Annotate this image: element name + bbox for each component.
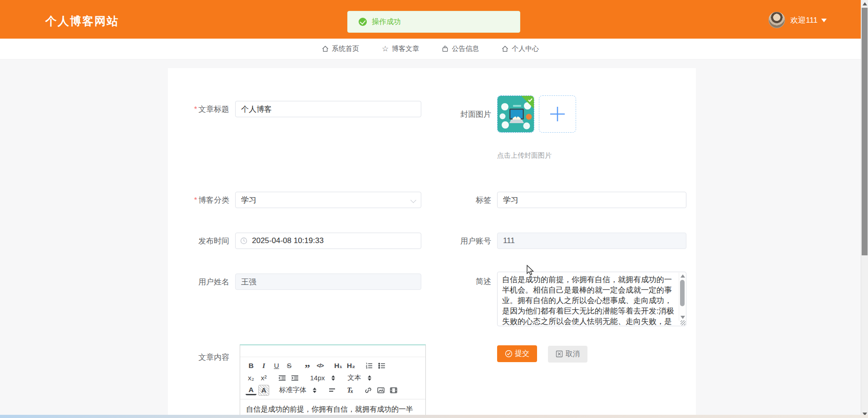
editor-toolbar: B I U S ” </> H₁ H₂	[240, 357, 425, 399]
link-icon[interactable]	[363, 385, 374, 396]
field-summary: 简述 自信是成功的前提，你拥有自信，就拥有成功的一半机会。相信自己是最棒的就一定…	[420, 272, 686, 326]
field-account: 用户账号	[420, 233, 686, 249]
bold-button[interactable]: B	[246, 360, 256, 371]
welcome-label: 欢迎111	[790, 15, 818, 25]
cover-thumbnail[interactable]	[497, 95, 534, 133]
updown-caret-icon	[368, 375, 371, 381]
nav-label: 博客文章	[392, 45, 419, 53]
bullet-list-icon[interactable]	[376, 360, 387, 371]
subscript-button[interactable]: x₂	[246, 373, 256, 383]
field-tag: 标签	[420, 192, 686, 208]
username-input	[235, 274, 421, 290]
check-circle-icon	[505, 350, 513, 358]
upload-hint-text: 点击上传封面图片	[497, 151, 552, 160]
scroll-up-icon[interactable]	[863, 2, 867, 5]
success-toast: 操作成功	[347, 11, 520, 33]
category-label: *博客分类	[168, 195, 235, 205]
nav-item-profile[interactable]: 个人中心	[502, 45, 539, 53]
rich-text-editor[interactable]: B I U S ” </> H₁ H₂	[240, 344, 426, 418]
text-type-value: 文本	[348, 373, 361, 382]
home-icon	[322, 45, 329, 52]
align-icon[interactable]	[326, 385, 337, 396]
house-icon	[502, 45, 508, 52]
tag-label: 标签	[420, 195, 497, 205]
submit-label: 提交	[515, 349, 529, 358]
publish-time-input[interactable]	[235, 233, 421, 249]
field-cover-image: 封面图片	[420, 95, 576, 133]
nav-label: 系统首页	[332, 45, 359, 53]
blog-admin-screen: 个人博客网站 操作成功 欢迎111 系统首页 ☆ 博客文章 公告信息 个人中心	[0, 0, 868, 418]
category-select-input[interactable]	[235, 192, 421, 208]
nav-label: 公告信息	[452, 45, 479, 53]
upload-cover-button[interactable]	[539, 95, 576, 133]
text-type-select[interactable]: 文本	[345, 373, 374, 382]
user-menu[interactable]: 欢迎111	[769, 12, 827, 28]
code-button[interactable]: </>	[315, 360, 326, 371]
scroll-down-icon[interactable]	[681, 316, 685, 319]
content-label: 文章内容	[168, 352, 235, 363]
nav-label: 个人中心	[512, 45, 539, 53]
image-icon[interactable]	[375, 385, 386, 396]
scrollbar-thumb[interactable]	[862, 8, 868, 255]
indent-icon[interactable]	[289, 373, 300, 383]
nav-item-announcements[interactable]: 公告信息	[442, 45, 479, 53]
username-label: 用户姓名	[168, 277, 235, 287]
updown-caret-icon	[331, 375, 335, 381]
underline-button[interactable]: U	[271, 360, 282, 371]
scrollbar-thumb[interactable]	[680, 280, 685, 306]
field-username: 用户姓名	[168, 274, 421, 290]
article-form-card: *文章标题 封面图片	[168, 68, 696, 418]
required-asterisk: *	[194, 196, 197, 204]
nav-item-articles[interactable]: ☆ 博客文章	[382, 45, 419, 53]
italic-button[interactable]: I	[258, 360, 269, 371]
heading2-button[interactable]: H₂	[345, 360, 356, 371]
publish-time-label: 发布时间	[168, 236, 235, 246]
updown-caret-icon	[313, 388, 316, 393]
superscript-button[interactable]: x²	[258, 373, 269, 383]
resize-handle[interactable]	[681, 320, 686, 325]
textarea-scrollbar[interactable]	[679, 273, 686, 321]
strikethrough-button[interactable]: S	[284, 360, 295, 371]
field-publish-time: 发布时间	[168, 233, 421, 249]
font-size-select[interactable]: 14px	[307, 374, 338, 382]
nav-item-home[interactable]: 系统首页	[322, 45, 359, 53]
heading1-button[interactable]: H₁	[333, 360, 344, 371]
ordered-list-icon[interactable]	[364, 360, 375, 371]
font-family-value: 标准字体	[279, 386, 306, 394]
submit-button[interactable]: 提交	[497, 345, 537, 362]
account-label: 用户账号	[420, 236, 497, 246]
field-category: *博客分类	[168, 192, 421, 208]
summary-label: 简述	[420, 276, 497, 287]
highlight-color-button[interactable]: A	[258, 385, 269, 396]
form-actions: 提交 取消	[497, 345, 587, 363]
clear-format-button[interactable]: Tx	[345, 385, 355, 396]
close-square-icon	[556, 350, 563, 358]
field-article-title: *文章标题	[168, 101, 421, 117]
account-input	[497, 233, 686, 249]
avatar[interactable]	[769, 12, 785, 28]
text-color-button[interactable]: A	[246, 386, 256, 395]
summary-textarea[interactable]: 自信是成功的前提，你拥有自信，就拥有成功的一半机会。相信自己是最棒的就一定会成就…	[497, 272, 686, 326]
site-title: 个人博客网站	[45, 14, 119, 29]
font-size-value: 14px	[310, 374, 325, 382]
cover-label: 封面图片	[420, 109, 497, 119]
blockquote-button[interactable]: ”	[302, 360, 313, 371]
cancel-button[interactable]: 取消	[548, 346, 587, 363]
category-select[interactable]	[235, 192, 421, 208]
plus-icon	[549, 105, 566, 123]
video-icon[interactable]	[388, 385, 399, 396]
article-title-input[interactable]	[235, 101, 421, 117]
clear-format-x: x	[350, 389, 353, 394]
page-scrollbar[interactable]	[861, 0, 868, 418]
font-family-select[interactable]: 标准字体	[276, 386, 319, 394]
cancel-label: 取消	[565, 349, 580, 359]
tag-input[interactable]	[497, 192, 686, 208]
star-icon: ☆	[382, 45, 389, 53]
scroll-up-icon[interactable]	[681, 274, 685, 278]
outdent-icon[interactable]	[276, 373, 287, 383]
caret-down-icon[interactable]	[821, 19, 827, 22]
required-asterisk: *	[194, 105, 197, 114]
editor-top-area	[240, 345, 425, 357]
publish-time-picker[interactable]	[235, 233, 421, 249]
clock-icon	[240, 237, 247, 244]
